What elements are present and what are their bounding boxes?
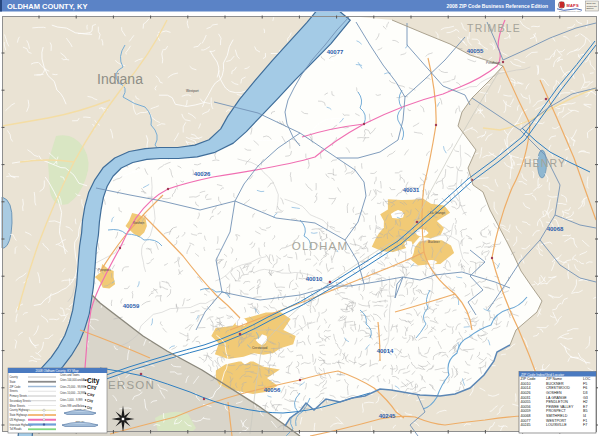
svg-text:F1: F1	[583, 419, 587, 423]
svg-text:LOC: LOC	[583, 377, 591, 381]
svg-text:Edition: Edition	[587, 7, 595, 9]
svg-text:40031: 40031	[521, 396, 531, 400]
svg-text:40056: 40056	[521, 405, 531, 409]
svg-text:D3: D3	[583, 391, 588, 395]
svg-text:LA GRANGE: LA GRANGE	[546, 396, 567, 400]
svg-text:F7: F7	[583, 423, 587, 427]
svg-text:Cities and Towns: Cities and Towns	[60, 373, 80, 377]
svg-text:City: City	[87, 399, 93, 403]
svg-text:H2: H2	[583, 400, 588, 404]
svg-text:OLDHAM COUNTY, KY: OLDHAM COUNTY, KY	[7, 2, 87, 11]
svg-text:La Grange: La Grange	[430, 211, 445, 215]
svg-text:B5: B5	[583, 409, 587, 413]
svg-text:40031: 40031	[403, 187, 420, 193]
svg-text:40014: 40014	[377, 348, 394, 354]
svg-text:LOUISVILLE: LOUISVILLE	[546, 423, 567, 427]
svg-text:40068: 40068	[547, 226, 564, 232]
svg-text:40010: 40010	[306, 276, 323, 282]
svg-text:ZIP Code: ZIP Code	[521, 377, 536, 381]
svg-text:Cities 1,000 - 9,999: Cities 1,000 - 9,999	[60, 398, 83, 402]
svg-text:City: City	[87, 392, 95, 397]
svg-text:ZIP Code: ZIP Code	[10, 385, 21, 389]
svg-text:BUCKNER: BUCKNER	[546, 382, 564, 386]
svg-text:F5: F5	[583, 382, 587, 386]
svg-text:40056: 40056	[264, 387, 281, 393]
svg-text:G3: G3	[583, 396, 588, 400]
svg-text:2008 ZIP Code Business Referen: 2008 ZIP Code Business Reference Edition	[446, 3, 548, 9]
svg-text:ZIP Code Index/Grid Locator: ZIP Code Index/Grid Locator	[521, 373, 565, 377]
svg-text:GOSHEN: GOSHEN	[546, 391, 562, 395]
svg-text:SMITHFIELD: SMITHFIELD	[546, 414, 568, 418]
svg-text:Buckner: Buckner	[428, 240, 441, 244]
svg-text:Pendleton: Pendleton	[486, 61, 501, 65]
svg-text:40010: 40010	[521, 382, 531, 386]
svg-text:I4: I4	[583, 414, 586, 418]
svg-text:Interstate Hwy: Interstate Hwy	[74, 408, 87, 410]
svg-text:MAPS: MAPS	[567, 3, 579, 8]
svg-text:40026: 40026	[194, 171, 211, 177]
svg-text:Primary Streets: Primary Streets	[10, 394, 29, 398]
svg-text:Toll Roads: Toll Roads	[10, 427, 23, 431]
svg-text:City: City	[87, 406, 92, 410]
svg-text:County Highways: County Highways	[10, 408, 31, 412]
svg-text:40245: 40245	[521, 423, 531, 427]
svg-text:40059: 40059	[123, 303, 140, 309]
svg-text:State Hwy: State Hwy	[75, 420, 84, 422]
svg-text:OLDHAM: OLDHAM	[292, 240, 348, 252]
svg-text:PENDLETON: PENDLETON	[546, 400, 568, 404]
svg-text:Prospect: Prospect	[98, 268, 111, 272]
svg-text:City: City	[87, 384, 97, 390]
svg-text:US Highways: US Highways	[10, 418, 26, 422]
svg-text:Westport: Westport	[186, 89, 199, 93]
svg-text:40077: 40077	[327, 49, 344, 55]
svg-text:E7: E7	[583, 405, 587, 409]
svg-text:PROSPECT: PROSPECT	[546, 409, 567, 413]
svg-text:Minor Streets: Minor Streets	[10, 404, 26, 408]
svg-text:2008 ZIP: 2008 ZIP	[587, 2, 597, 4]
svg-text:County: County	[10, 375, 19, 379]
svg-text:CRESTWOOD: CRESTWOOD	[546, 386, 570, 390]
svg-text:40055: 40055	[521, 400, 531, 404]
svg-text:40077: 40077	[521, 419, 531, 423]
svg-text:40059: 40059	[521, 409, 531, 413]
svg-text:WESTPORT: WESTPORT	[546, 419, 567, 423]
svg-text:PEWEE VALLEY: PEWEE VALLEY	[546, 405, 574, 409]
svg-text:Cities 10,000 - 24,999: Cities 10,000 - 24,999	[60, 391, 86, 395]
svg-text:Cities 25,000 - 99,999: Cities 25,000 - 99,999	[60, 385, 86, 389]
svg-text:Reference: Reference	[587, 5, 598, 7]
svg-text:2008 Oldham County, KY Map: 2008 Oldham County, KY Map	[36, 369, 79, 373]
svg-text:TRIMBLE: TRIMBLE	[467, 22, 521, 34]
svg-text:40068: 40068	[521, 414, 531, 418]
svg-text:State Highways: State Highways	[10, 413, 29, 417]
svg-text:40014: 40014	[521, 386, 531, 390]
svg-text:Indiana: Indiana	[97, 71, 143, 87]
svg-text:F6: F6	[583, 386, 587, 390]
svg-text:40245: 40245	[379, 413, 396, 419]
svg-text:HENRY: HENRY	[524, 157, 567, 169]
svg-text:Crestwood: Crestwood	[252, 346, 267, 350]
svg-text:40026: 40026	[521, 391, 531, 395]
svg-text:State: State	[10, 380, 17, 384]
svg-text:ERSON: ERSON	[108, 379, 155, 391]
svg-text:40055: 40055	[467, 48, 484, 54]
svg-text:Business Reference Maps: Business Reference Maps	[559, 10, 581, 12]
svg-text:ZIP Name: ZIP Name	[546, 377, 562, 381]
svg-text:Streets: Streets	[10, 389, 19, 393]
svg-text:Goshen: Goshen	[133, 221, 144, 225]
